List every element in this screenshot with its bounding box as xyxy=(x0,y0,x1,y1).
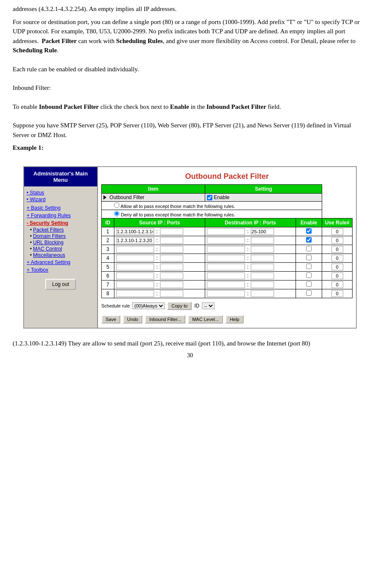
rule-2[interactable] xyxy=(331,237,343,244)
inbound-pf-label: Inbound Packet Filter xyxy=(39,103,99,110)
schedule-label: Schedule rule xyxy=(101,303,130,308)
src-port-5[interactable] xyxy=(160,264,183,270)
table-row: 2 : : xyxy=(102,236,353,245)
dst-port-1[interactable] xyxy=(251,228,274,235)
radio-row-1: Allow all to pass except those match the… xyxy=(102,201,353,210)
outbound-filter-row: Outbound Filter Enable xyxy=(102,193,353,201)
src-ip-5[interactable] xyxy=(116,264,154,270)
rule-6[interactable] xyxy=(331,272,343,279)
src-port-7[interactable] xyxy=(160,281,183,288)
help-button[interactable]: Help xyxy=(225,315,244,324)
dst-ip-6[interactable] xyxy=(207,272,245,279)
scheduling-rule-bold: Scheduling Rule xyxy=(13,47,57,54)
src-port-6[interactable] xyxy=(160,272,183,279)
dst-port-2[interactable] xyxy=(251,237,274,244)
dst-ip-5[interactable] xyxy=(207,264,245,270)
dst-ip-8[interactable] xyxy=(207,290,245,297)
schedule-select[interactable]: (00)Always xyxy=(132,302,165,309)
dst-ip-7[interactable] xyxy=(207,281,245,288)
enable-check-1[interactable] xyxy=(306,228,312,234)
packet-filter-bold: Packet Filter xyxy=(42,38,77,44)
dst-ip-1[interactable] xyxy=(207,228,245,235)
paragraph-inbound-filter: Inbound Filter: xyxy=(13,83,367,93)
bottom-buttons: Save Undo Inbound Filter... MAC Level...… xyxy=(98,313,356,328)
inbound-pf-label2: Inbound Packet Filter xyxy=(206,103,266,110)
sidebar-item-mac-control: MAC Control xyxy=(30,246,95,252)
src-port-8[interactable] xyxy=(160,290,183,297)
radio-deny-all[interactable] xyxy=(114,211,119,216)
dst-port-4[interactable] xyxy=(251,255,274,262)
enable-check-2[interactable] xyxy=(306,237,312,243)
dst-ip-2[interactable] xyxy=(207,237,245,244)
src-ip-6[interactable] xyxy=(116,272,154,279)
id-label: ID xyxy=(194,303,199,309)
rule-4[interactable] xyxy=(331,255,343,262)
sidebar-item-miscellaneous: Miscellaneous xyxy=(30,252,95,259)
sidebar-item-security[interactable]: - Security Setting xyxy=(27,220,95,226)
th-source: Source IP : Ports xyxy=(114,218,205,227)
dst-port-6[interactable] xyxy=(251,272,274,279)
followup-text: (1.2.3.100-1.2.3.149) They are allow to … xyxy=(13,339,367,348)
dst-ip-4[interactable] xyxy=(207,255,245,262)
sidebar-link-status[interactable]: • Status xyxy=(27,190,95,196)
table-row: 8 : : xyxy=(102,289,353,298)
radio-allow-all[interactable] xyxy=(114,202,119,208)
copy-to-button[interactable]: Copy to xyxy=(167,302,192,310)
rule-1[interactable] xyxy=(331,228,343,235)
rule-7[interactable] xyxy=(331,281,343,288)
rule-8[interactable] xyxy=(331,290,343,297)
table-row: 6 : : xyxy=(102,271,353,280)
sidebar-nav: • Status • Wizard + Basic Setting + Forw… xyxy=(24,186,97,298)
sidebar-item-basic-setting[interactable]: + Basic Setting xyxy=(27,205,95,211)
dst-port-5[interactable] xyxy=(251,264,274,270)
sidebar-item-url-blocking: URL Blocking xyxy=(30,240,95,246)
arrow-icon xyxy=(103,195,106,200)
dst-port-7[interactable] xyxy=(251,281,274,288)
table-row: 7 : : xyxy=(102,280,353,289)
src-port-1[interactable] xyxy=(160,228,183,235)
enable-check-7[interactable] xyxy=(306,281,312,287)
save-button[interactable]: Save xyxy=(101,315,120,324)
src-port-2[interactable] xyxy=(160,237,183,244)
outbound-filter-label: Outbound Filter xyxy=(102,193,205,201)
src-ip-2[interactable] xyxy=(116,237,154,244)
inbound-filter-button[interactable]: Inbound Filter... xyxy=(145,315,185,324)
enable-check-6[interactable] xyxy=(306,272,312,278)
src-ip-7[interactable] xyxy=(116,281,154,288)
paragraph-smtp: Suppose you have SMTP Server (25), POP S… xyxy=(13,121,367,140)
outbound-filter-setting: Enable xyxy=(205,193,322,201)
enable-check-8[interactable] xyxy=(306,290,312,296)
enable-check-3[interactable] xyxy=(306,246,312,251)
th-userule: Use Rule# xyxy=(322,218,353,227)
page-number: 30 xyxy=(13,352,367,359)
src-ip-8[interactable] xyxy=(116,290,154,297)
dst-ip-3[interactable] xyxy=(207,246,245,253)
src-port-3[interactable] xyxy=(160,246,183,253)
table-row: 5 : : xyxy=(102,262,353,271)
enable-text: Enable xyxy=(214,194,229,200)
src-ip-4[interactable] xyxy=(116,255,154,262)
sidebar-item-forwarding[interactable]: + Forwarding Rules xyxy=(27,213,95,218)
undo-button[interactable]: Undo xyxy=(123,315,142,324)
sidebar-item-packet-filters: Packet Filters xyxy=(30,227,95,233)
src-port-4[interactable] xyxy=(160,255,183,262)
id-select[interactable]: -- xyxy=(202,302,214,309)
sidebar-title: Administrator's MainMenu xyxy=(24,167,97,186)
src-ip-1[interactable] xyxy=(116,228,154,235)
rule-3[interactable] xyxy=(331,246,343,253)
rule-5[interactable] xyxy=(331,264,343,270)
data-header-row: ID Source IP : Ports Destination IP : Po… xyxy=(102,218,353,227)
outbound-enable-checkbox[interactable] xyxy=(207,195,212,200)
scheduling-rules-bold: Scheduling Rules xyxy=(116,38,163,44)
enable-check-4[interactable] xyxy=(306,255,312,260)
mac-level-button[interactable]: MAC Level... xyxy=(188,315,223,324)
logout-button[interactable]: Log out xyxy=(45,279,76,290)
enable-check-5[interactable] xyxy=(306,264,312,269)
sidebar-item-toolbox[interactable]: + Toolbox xyxy=(27,267,95,273)
sidebar-link-wizard[interactable]: • Wizard xyxy=(27,197,95,202)
dst-port-3[interactable] xyxy=(251,246,274,253)
dst-port-8[interactable] xyxy=(251,290,274,297)
sidebar-item-advanced[interactable]: + Advanced Setting xyxy=(27,259,95,265)
sidebar: Administrator's MainMenu • Status • Wiza… xyxy=(24,167,98,328)
src-ip-3[interactable] xyxy=(116,246,154,253)
